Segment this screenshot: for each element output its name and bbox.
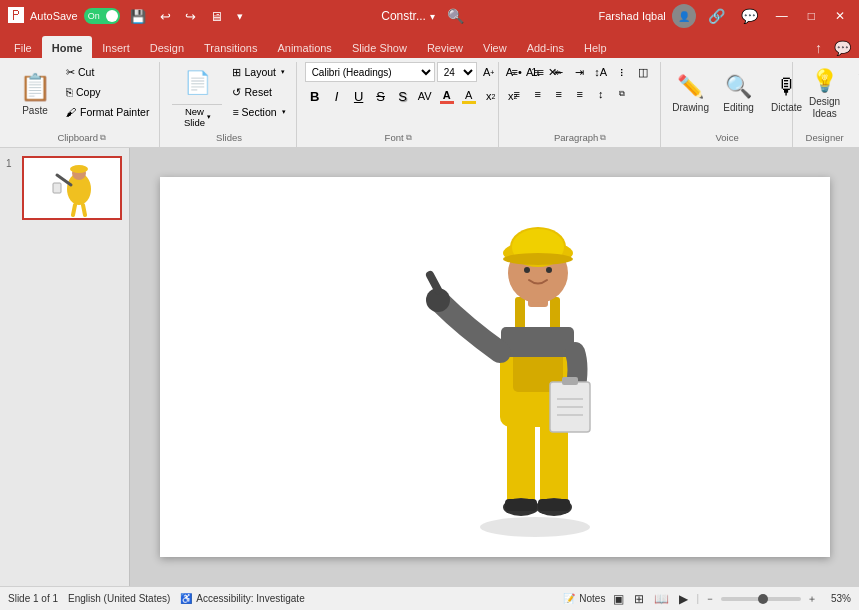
text-direction-button[interactable]: ↕A [591,62,611,82]
smart-art-button[interactable]: ◫ [633,62,653,82]
autosave-label: AutoSave [30,10,78,22]
slides-small-buttons: ⊞ Layout ▾ ↺ Reset ≡ Section ▾ [228,62,289,122]
zoom-slider[interactable] [721,597,801,601]
redo-icon[interactable]: ↪ [181,7,200,26]
zoom-out-icon[interactable]: － [705,592,715,606]
zoom-level[interactable]: 53% [823,593,851,604]
accessibility-status[interactable]: ♿ Accessibility: Investigate [180,593,304,604]
tab-design[interactable]: Design [140,36,194,58]
slides-label: Slides [168,132,289,143]
new-slide-label-area[interactable]: New Slide ▾ [172,104,222,129]
layout-dropdown-icon: ▾ [281,68,285,76]
tab-home[interactable]: Home [42,36,93,58]
font-name-select[interactable]: Calibri (Headings) [305,62,435,82]
section-button[interactable]: ≡ Section ▾ [228,102,289,122]
subscript-button[interactable]: x2 [481,86,501,106]
tab-animations[interactable]: Animations [267,36,341,58]
drawing-button[interactable]: ✏️ Drawing [669,62,713,126]
tab-view[interactable]: View [473,36,517,58]
underline-button[interactable]: U [349,86,369,106]
strikethrough-button[interactable]: S [371,86,391,106]
tab-help[interactable]: Help [574,36,617,58]
slide-number-1: 1 [6,156,16,169]
customize-icon[interactable]: ▾ [233,8,247,25]
section-dropdown-icon: ▾ [282,108,286,116]
font-color-button[interactable]: A [437,86,457,106]
paste-button[interactable]: 📋 Paste [10,62,60,126]
normal-view-button[interactable]: ▣ [611,590,626,608]
comments-ribbon-icon[interactable]: 💬 [830,38,855,58]
voice-group: ✏️ Drawing 🔍 Editing 🎙 Dictate Voice [663,62,793,147]
bold-button[interactable]: B [305,86,325,106]
char-spacing-button[interactable]: AV [415,86,435,106]
tab-slideshow[interactable]: Slide Show [342,36,417,58]
shadow-button[interactable]: S [393,86,413,106]
tab-addins[interactable]: Add-ins [517,36,574,58]
align-left-button[interactable]: ≡ [507,84,527,104]
editing-button[interactable]: 🔍 Editing [717,62,761,126]
designer-group-content: 💡 Design Ideas [801,62,849,130]
slide-show-button[interactable]: ▶ [677,590,690,608]
cut-button[interactable]: ✂ Cut [62,62,153,82]
accessibility-icon: ♿ [180,593,192,604]
language-status[interactable]: English (United States) [68,593,170,604]
font-size-select[interactable]: 24 [437,62,477,82]
share-icon[interactable]: 🔗 [704,6,729,26]
username: Farshad Iqbal [598,10,665,22]
reading-view-button[interactable]: 📖 [652,590,671,608]
maximize-button[interactable]: □ [802,7,821,25]
highlight-color-button[interactable]: A [459,86,479,106]
tab-review[interactable]: Review [417,36,473,58]
format-painter-button[interactable]: 🖌 Format Painter [62,102,153,122]
zoom-in-icon[interactable]: ＋ [807,592,817,606]
document-title: Constr... [381,9,426,23]
decrease-indent-button[interactable]: ⇤ [549,62,569,82]
notes-button[interactable]: 📝 Notes [563,593,605,604]
italic-button[interactable]: I [327,86,347,106]
language-text: English (United States) [68,593,170,604]
cut-icon: ✂ [66,66,75,78]
close-button[interactable]: ✕ [829,7,851,25]
font-group: Calibri (Headings) 24 A+ A- Aa ✕a B I U … [299,62,499,147]
copy-button[interactable]: ⎘ Copy [62,82,153,102]
reset-button[interactable]: ↺ Reset [228,82,289,102]
bullets-button[interactable]: ≡• [507,62,527,82]
copy-icon: ⎘ [66,86,73,98]
svg-rect-4 [53,183,61,193]
tab-transitions[interactable]: Transitions [194,36,267,58]
font-expand-icon[interactable]: ⧉ [406,133,412,143]
comments-icon[interactable]: 💬 [737,6,762,26]
layout-button[interactable]: ⊞ Layout ▾ [228,62,289,82]
align-center-button[interactable]: ≡ [528,84,548,104]
justify-button[interactable]: ≡ [570,84,590,104]
numbering-button[interactable]: 1≡ [528,62,548,82]
slide-thumb-1[interactable]: 1 [6,156,123,220]
paragraph-expand-icon[interactable]: ⧉ [600,133,606,143]
presentation-view-icon[interactable]: 🖥 [206,7,227,26]
tab-insert[interactable]: Insert [92,36,140,58]
clipboard-group: 📋 Paste ✂ Cut ⎘ Copy 🖌 Format Painter C [4,62,160,147]
text-columns-button[interactable]: ⫶ [612,62,632,82]
design-ideas-button[interactable]: 💡 Design Ideas [801,62,849,126]
slide-sorter-button[interactable]: ⊞ [632,590,646,608]
search-icon[interactable]: 🔍 [447,8,464,24]
paragraph-expand-btn[interactable]: ⧉ [612,84,632,104]
align-right-button[interactable]: ≡ [549,84,569,104]
tab-file[interactable]: File [4,36,42,58]
save-icon[interactable]: 💾 [126,7,150,26]
slide-thumbnail-1[interactable] [22,156,122,220]
new-slide-button[interactable]: 📄 New Slide ▾ [168,62,226,129]
new-slide-icon-area[interactable]: 📄 [172,62,222,104]
clipboard-expand-icon[interactable]: ⧉ [100,133,106,143]
reset-icon: ↺ [232,86,241,98]
minimize-button[interactable]: — [770,7,794,25]
accessibility-text: Accessibility: Investigate [196,593,304,604]
slide-canvas[interactable] [160,177,830,557]
increase-font-button[interactable]: A+ [479,62,499,82]
line-spacing-button[interactable]: ↕ [591,84,611,104]
title-dropdown-icon[interactable]: ▾ [430,11,435,22]
autosave-toggle[interactable]: On [84,8,120,24]
undo-icon[interactable]: ↩ [156,7,175,26]
increase-indent-button[interactable]: ⇥ [570,62,590,82]
share-ribbon-icon[interactable]: ↑ [811,38,826,58]
